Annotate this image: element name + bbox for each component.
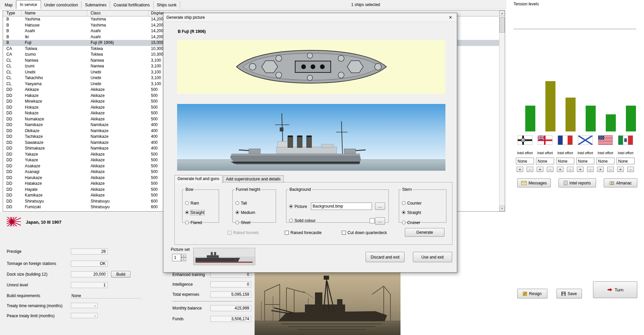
country-field-label-prestige: Prestige — [7, 249, 21, 254]
country-field-value-build-requirements: None — [71, 293, 141, 298]
radio-label: Medium — [241, 210, 255, 215]
tab-in-service[interactable]: In service — [16, 0, 41, 9]
intel-plus-button-russia[interactable]: + — [577, 167, 584, 172]
intel-effort-value-russia[interactable]: None — [576, 158, 594, 164]
table-cell: Akikaze — [87, 175, 148, 181]
generate-button[interactable]: Generate — [405, 228, 444, 237]
country-field-label-build-requirements: Build requirements — [7, 293, 40, 298]
harbor-painting — [255, 271, 400, 335]
checkbox-raised-forecastle[interactable]: Raised forecastle — [285, 230, 322, 235]
tab-submarines[interactable]: Submarines — [82, 1, 110, 9]
picture-set-value[interactable]: 1 — [172, 254, 181, 261]
intel-effort-label: Intel effort — [615, 151, 636, 155]
column-header-class[interactable]: Class — [87, 10, 148, 16]
background-picture-filename[interactable]: Background.bmp — [311, 203, 372, 210]
intel-effort-value-italy[interactable]: None — [616, 158, 635, 164]
table-cell: Yukaze — [21, 157, 87, 163]
table-cell: CA — [3, 52, 21, 58]
table-cell: Takachiho — [21, 75, 87, 81]
funnel-height-option-tall[interactable]: Tall — [235, 201, 247, 206]
dialog-tabstrip: Generate hull and guns Add superstructur… — [174, 175, 284, 183]
column-header-type[interactable]: Type — [3, 10, 21, 16]
table-cell: Namikaze — [87, 134, 148, 140]
table-cell: Tachikaze — [21, 134, 87, 140]
table-cell: Akikaze — [87, 116, 148, 122]
stern-group: Stern CounterStraightCruiser — [399, 187, 446, 223]
save-button[interactable]: Save — [556, 289, 582, 298]
messages-button[interactable]: Messages — [517, 178, 551, 187]
intel-minus-button-russia[interactable]: - — [587, 167, 594, 172]
intel-minus-button-italy[interactable]: - — [627, 167, 634, 172]
stern-option-counter[interactable]: Counter — [402, 201, 422, 206]
tab-generate-hull-and-guns[interactable]: Generate hull and guns — [174, 175, 222, 183]
intel-minus-button-germany[interactable]: - — [527, 167, 533, 172]
checkbox-cut-down-quarterdeck[interactable]: Cut down quarterdeck — [342, 230, 387, 235]
radio-label: Counter — [407, 201, 422, 206]
table-cell: Unebi — [21, 69, 87, 75]
table-cell: Namikaze — [87, 128, 148, 134]
table-cell: Unebi — [87, 75, 148, 81]
radio-icon — [185, 201, 189, 205]
checkbox-icon — [342, 231, 346, 235]
country-field-value-prestige: 29 — [71, 248, 108, 255]
radio-label: Short — [241, 220, 251, 225]
tab-map[interactable]: Map — [1, 1, 16, 9]
funnel-height-option-medium[interactable]: Medium — [235, 210, 255, 215]
background-colour-browse-button[interactable]: ... — [375, 217, 385, 225]
intel-plus-button-britain[interactable]: + — [537, 167, 543, 172]
tab-add-superstructure-and-details[interactable]: Add superstructure and details — [223, 175, 284, 183]
scroll-thumb[interactable] — [499, 17, 505, 33]
stern-option-cruiser[interactable]: Cruiser — [402, 220, 420, 225]
resign-button[interactable]: Resign — [517, 289, 547, 298]
intel-plus-button-italy[interactable]: + — [617, 167, 624, 172]
stern-option-straight[interactable]: Straight — [402, 210, 421, 215]
intel-plus-button-france[interactable]: + — [557, 167, 564, 172]
turn-button[interactable]: Turn — [593, 281, 637, 298]
radio-icon — [402, 211, 406, 214]
background-picture-browse-button[interactable]: ... — [375, 203, 385, 210]
dialog-titlebar[interactable]: Generate ship picture ✕ — [163, 13, 457, 22]
table-cell: B — [3, 40, 21, 46]
country-field-label-unrest-level: Unrest level — [7, 283, 28, 287]
spinner-down-button[interactable]: ▼ — [181, 258, 186, 261]
dialog-close-button[interactable]: ✕ — [446, 14, 455, 21]
intel-minus-button-united-states[interactable]: - — [607, 167, 614, 172]
spinner-up-button[interactable]: ▲ — [181, 254, 186, 258]
table-cell: Hayate — [21, 187, 87, 193]
background-colour-swatch[interactable] — [370, 218, 375, 223]
table-scrollbar[interactable]: ▲ ▼ — [499, 10, 505, 211]
funnel-height-option-short[interactable]: Short — [235, 220, 251, 225]
column-header-name[interactable]: Name — [21, 10, 87, 16]
tab-coastal-fortifications[interactable]: Coastal fortifications — [110, 1, 153, 9]
tension-panel: Tension levels Intel effortNone+-Intel e… — [508, 0, 644, 335]
intel-effort-value-germany[interactable]: None — [516, 158, 534, 164]
intel-plus-button-united-states[interactable]: + — [597, 167, 604, 172]
intel-effort-value-france[interactable]: None — [556, 158, 574, 164]
intel-minus-button-france[interactable]: - — [567, 167, 574, 172]
finance-panel: Enhanced training0Intelligence0Total exp… — [169, 268, 255, 335]
bow-option-ram[interactable]: Ram — [185, 201, 199, 206]
table-cell: Unebi — [87, 81, 148, 87]
build-button[interactable]: Build — [111, 271, 130, 278]
background-option-solid-colour[interactable]: Solid colour — [289, 218, 316, 223]
intel-reports-button[interactable]: Intel reports — [558, 178, 596, 187]
almanac-button[interactable]: Almanac — [604, 178, 637, 187]
use-and-exit-button[interactable]: Use and exit — [413, 252, 452, 262]
tab-under-construction[interactable]: Under construction — [41, 1, 82, 9]
intel-effort-value-united-states[interactable]: None — [596, 158, 614, 164]
bow-option-flared[interactable]: Flared — [185, 220, 202, 225]
intel-effort-value-britain[interactable]: None — [536, 158, 554, 164]
tab-ships-sunk[interactable]: Ships sunk — [154, 1, 180, 9]
finance-field-value-monthly-balance: 415,999 — [210, 305, 251, 311]
discard-and-exit-button[interactable]: Discard and exit — [366, 252, 405, 262]
intel-minus-button-britain[interactable]: - — [547, 167, 553, 172]
stern-group-legend: Stern — [401, 187, 413, 192]
ships-selected-status: 1 ships selected — [337, 2, 394, 7]
radio-label: Straight — [407, 210, 421, 215]
scroll-down-button[interactable]: ▼ — [499, 206, 505, 211]
scroll-up-button[interactable]: ▲ — [499, 10, 505, 16]
table-cell: Namikaze — [87, 122, 148, 128]
intel-plus-button-germany[interactable]: + — [517, 167, 523, 172]
bow-option-straight[interactable]: Straight — [185, 210, 204, 215]
background-option-picture[interactable]: Picture — [289, 204, 307, 209]
